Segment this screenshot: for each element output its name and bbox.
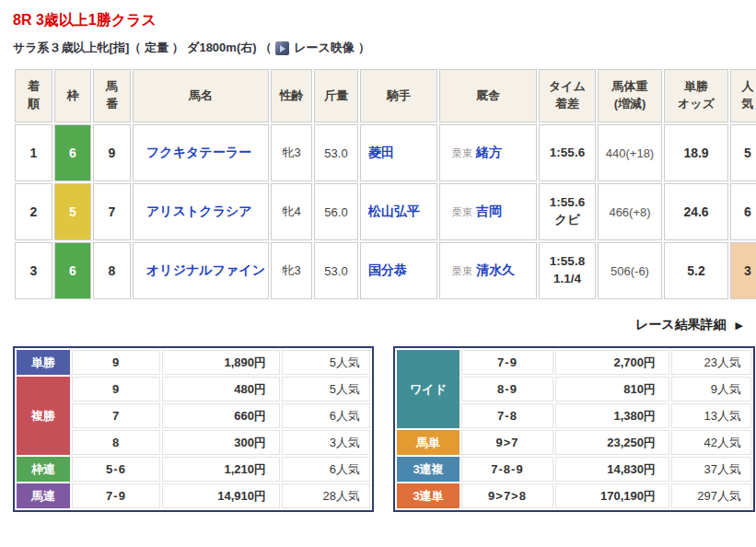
horse-number: 9 <box>93 124 131 181</box>
payout-combo: 8 <box>72 430 160 455</box>
payout-popularity: 297人気 <box>671 483 751 508</box>
finish-margin: 1.1/4 <box>541 271 593 288</box>
trainer-link[interactable]: 緒方 <box>476 145 502 159</box>
jockey-link[interactable]: 国分恭 <box>368 262 407 277</box>
payout-row-win: 単勝 9 1,890円 5人気 <box>17 350 370 375</box>
popularity: 5 <box>730 124 756 181</box>
stable-region: 栗東 <box>452 147 472 158</box>
payout-row-place-1: 複勝 9 480円 5人気 <box>17 377 370 402</box>
payout-combo: 7-8-9 <box>461 457 553 482</box>
finish-order: 3 <box>15 242 52 299</box>
payout-amount: 300円 <box>162 430 280 455</box>
frame-number: 6 <box>54 242 91 299</box>
race-conditions-close: ） <box>358 40 370 56</box>
trainer-link[interactable]: 清水久 <box>476 262 515 277</box>
payout-amount: 1,380円 <box>555 403 669 428</box>
col-finish-order: 着 順 <box>15 69 52 122</box>
bet-type-bracket-quinella: 枠連 <box>17 457 70 482</box>
horse-name-link[interactable]: オリジナルファイン <box>146 262 265 277</box>
race-conditions: サラ系３歳以上牝[指]（ 定量 ） ダ1800m(右) （ レース映像 ） <box>13 40 743 56</box>
payout-combo: 7-9 <box>72 483 160 508</box>
payout-popularity: 28人気 <box>282 483 370 508</box>
horse-number: 8 <box>93 242 131 299</box>
payout-combo: 9 <box>72 350 160 375</box>
payout-amount: 23,250円 <box>555 430 669 455</box>
sex-age: 牝3 <box>271 124 312 181</box>
col-frame: 枠 <box>54 69 91 122</box>
col-stable: 厩舎 <box>439 69 537 122</box>
payout-popularity: 42人気 <box>671 430 751 455</box>
horse-name-link[interactable]: フクキタテーラー <box>146 145 251 159</box>
finish-time: 1:55.6 <box>541 194 593 212</box>
bet-type-place: 複勝 <box>17 377 70 455</box>
bet-type-trio: 3連複 <box>397 457 459 482</box>
payout-amount: 480円 <box>162 377 280 402</box>
payout-popularity: 23人気 <box>671 350 751 375</box>
payout-row-exacta: 馬単 9>7 23,250円 42人気 <box>397 430 751 455</box>
col-horse-name: 馬名 <box>133 69 269 122</box>
frame-number: 6 <box>54 124 91 181</box>
payout-table-right: ワイド 7-9 2,700円 23人気 8-9 810円 9人気 7-8 1,3… <box>393 346 755 512</box>
sex-age: 牝3 <box>271 242 312 299</box>
payout-combo: 7-8 <box>461 403 553 428</box>
bet-type-trifecta: 3連単 <box>397 483 459 508</box>
col-horse-weight: 馬体重 (増減) <box>598 69 662 122</box>
payout-amount: 14,830円 <box>555 457 669 482</box>
finish-margin: クビ <box>541 212 593 229</box>
payout-amount: 2,700円 <box>555 350 669 375</box>
frame-number: 5 <box>54 183 91 240</box>
col-popularity: 人 気 <box>730 69 756 122</box>
race-video-link[interactable]: レース映像 <box>275 40 355 56</box>
payout-row-wide-1: ワイド 7-9 2,700円 23人気 <box>397 350 751 375</box>
bet-type-wide: ワイド <box>397 350 459 428</box>
race-result-detail-link[interactable]: レース結果詳細 ▶ <box>635 317 743 332</box>
payout-row-quinella: 馬連 7-9 14,910円 28人気 <box>17 483 370 508</box>
finish-time: 1:55.6 <box>541 145 593 162</box>
payout-combo: 7-9 <box>461 350 553 375</box>
col-win-odds: 単勝 オッズ <box>664 69 728 122</box>
sex-age: 牝4 <box>271 183 312 240</box>
horse-name-link[interactable]: アリストクラシア <box>146 204 252 218</box>
win-odds: 18.9 <box>664 124 728 181</box>
payout-amount: 1,890円 <box>162 350 280 375</box>
col-jockey: 騎手 <box>360 69 437 122</box>
payout-popularity: 5人気 <box>282 350 370 375</box>
payout-popularity: 5人気 <box>282 377 370 402</box>
popularity: 3 <box>730 242 756 299</box>
carried-weight: 53.0 <box>314 242 358 299</box>
race-video-label: レース映像 <box>294 40 355 56</box>
payout-amount: 810円 <box>555 377 669 402</box>
payout-amount: 170,190円 <box>555 483 669 508</box>
payout-amount: 1,210円 <box>162 457 280 482</box>
stable-region: 栗東 <box>452 206 472 217</box>
carried-weight: 56.0 <box>314 183 358 240</box>
payout-combo: 9>7 <box>461 430 553 455</box>
race-results-table: 着 順 枠 馬 番 馬名 性齢 斤量 騎手 厩舎 タイム 着差 馬体重 (増減)… <box>13 67 756 301</box>
payout-popularity: 6人気 <box>282 403 370 428</box>
payout-row-bracket-quinella: 枠連 5-6 1,210円 6人気 <box>17 457 370 482</box>
payout-popularity: 13人気 <box>671 403 751 428</box>
payout-row-trifecta: 3連単 9>7>8 170,190円 297人気 <box>397 483 751 508</box>
popularity: 6 <box>730 183 756 240</box>
jockey-link[interactable]: 松山弘平 <box>368 204 420 218</box>
result-row-1: 1 6 9 フクキタテーラー 牝3 53.0 菱田 栗東緒方 1:55.6 44… <box>15 124 756 181</box>
payout-row-trio: 3連複 7-8-9 14,830円 37人気 <box>397 457 751 482</box>
payout-amount: 660円 <box>162 403 280 428</box>
payout-table-left: 単勝 9 1,890円 5人気 複勝 9 480円 5人気 7 660円 6人気… <box>13 346 374 512</box>
payout-combo: 9>7>8 <box>461 483 553 508</box>
col-horse-number: 馬 番 <box>93 69 131 122</box>
trainer-link[interactable]: 吉岡 <box>476 204 502 218</box>
col-carried-weight: 斤量 <box>314 69 358 122</box>
payout-combo: 7 <box>72 403 160 428</box>
result-row-2: 2 5 7 アリストクラシア 牝4 56.0 松山弘平 栗東吉岡 1:55.6 … <box>15 183 756 240</box>
col-time-margin: タイム 着差 <box>539 69 596 122</box>
payout-popularity: 37人気 <box>671 457 751 482</box>
payout-combo: 5-6 <box>72 457 160 482</box>
horse-weight: 466(+8) <box>598 183 662 240</box>
jockey-link[interactable]: 菱田 <box>368 145 394 159</box>
payout-popularity: 9人気 <box>671 377 751 402</box>
col-sex-age: 性齢 <box>271 69 312 122</box>
win-odds: 5.2 <box>664 242 728 299</box>
finish-time: 1:55.8 <box>541 253 593 271</box>
race-result-page: 8R 3歳以上1勝クラス サラ系３歳以上牝[指]（ 定量 ） ダ1800m(右)… <box>0 0 756 512</box>
